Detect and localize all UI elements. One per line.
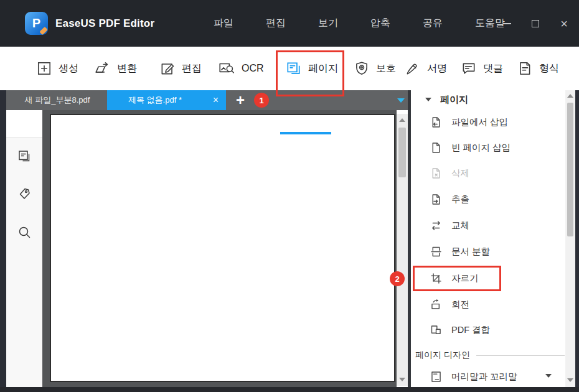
tool-convert-label: 변환 bbox=[117, 62, 137, 75]
menu-bar: 파일 편집 보기 압축 공유 도움말 bbox=[214, 0, 505, 47]
panel-header-label: 페이지 bbox=[440, 94, 468, 106]
app-title: EaseUS PDF Editor bbox=[55, 0, 154, 47]
panel-item-delete: 삭제 bbox=[430, 164, 469, 182]
left-navigation-sidebar bbox=[6, 110, 42, 387]
tool-format-label: 형식 bbox=[539, 62, 559, 75]
close-icon: × bbox=[560, 17, 568, 30]
split-document-icon bbox=[430, 245, 443, 258]
panel-item-label: 빈 페이지 삽입 bbox=[451, 142, 511, 154]
section-divider bbox=[476, 355, 565, 356]
scroll-down-icon[interactable] bbox=[399, 378, 405, 381]
tab-document-1-label: 새 파일_부분8.pdf bbox=[25, 95, 90, 106]
panel-item-label: 머리말과 꼬리말 bbox=[451, 371, 517, 383]
menu-compress[interactable]: 압축 bbox=[370, 17, 390, 30]
tool-edit-label: 편집 bbox=[182, 62, 202, 75]
minimize-icon bbox=[503, 23, 511, 24]
panel-item-label: 추출 bbox=[451, 194, 469, 205]
blank-page-icon bbox=[430, 141, 443, 154]
extract-page-icon bbox=[430, 193, 443, 206]
new-tab-button[interactable]: + bbox=[229, 90, 252, 110]
page-tools-panel bbox=[411, 90, 575, 387]
tool-edit[interactable]: 편집 bbox=[159, 47, 202, 90]
panel-scroll-up-icon[interactable] bbox=[567, 94, 573, 98]
window-bottom-border bbox=[0, 387, 579, 392]
bookmark-tag-icon[interactable] bbox=[17, 186, 32, 201]
minimize-button[interactable] bbox=[501, 17, 513, 30]
tool-sign-label: 서명 bbox=[427, 62, 447, 75]
tool-create[interactable]: 생성 bbox=[36, 47, 78, 90]
panel-item-label: 파일에서 삽입 bbox=[451, 116, 508, 128]
tool-comment[interactable]: 댓글 bbox=[461, 47, 503, 90]
format-document-icon bbox=[517, 60, 533, 77]
page-design-section: 페이지 디자인 bbox=[415, 349, 565, 362]
document-tab-bar: 새 파일_부분8.pdf 제목 없음.pdf * × + bbox=[6, 90, 408, 110]
header-footer-icon bbox=[430, 370, 443, 383]
tool-convert[interactable]: 변환 bbox=[93, 47, 137, 90]
tool-sign[interactable]: 서명 bbox=[405, 47, 447, 90]
tool-format[interactable]: 형식 bbox=[517, 47, 559, 90]
window-right-border bbox=[575, 90, 579, 392]
panel-item-insert-from-file[interactable]: 파일에서 삽입 bbox=[430, 113, 508, 131]
canvas-scroll-thumb[interactable] bbox=[398, 128, 406, 177]
tool-protect-label: 보호 bbox=[376, 62, 396, 75]
menu-edit[interactable]: 편집 bbox=[266, 17, 286, 30]
panel-scroll-down-icon[interactable] bbox=[567, 378, 573, 382]
sidebar-top-section bbox=[6, 110, 42, 138]
logo-letter: P bbox=[32, 16, 40, 30]
rotate-icon bbox=[430, 298, 443, 311]
signature-pen-icon bbox=[405, 60, 421, 77]
panel-header[interactable]: 페이지 bbox=[425, 91, 468, 108]
scroll-up-icon[interactable] bbox=[399, 118, 405, 122]
shield-icon bbox=[354, 60, 370, 77]
tool-ocr-label: OCR bbox=[242, 63, 264, 74]
maximize-button[interactable] bbox=[529, 17, 542, 30]
app-window: P EaseUS PDF Editor 파일 편집 보기 압축 공유 도움말 ×… bbox=[0, 0, 579, 392]
close-button[interactable]: × bbox=[558, 17, 570, 30]
annotation-step-2-number: 2 bbox=[395, 274, 399, 284]
active-tool-underline bbox=[280, 132, 331, 134]
panel-item-label: 문서 분할 bbox=[451, 246, 490, 258]
annotation-box-pages bbox=[276, 50, 344, 96]
tool-comment-label: 댓글 bbox=[483, 62, 503, 75]
page-thumbnails-icon[interactable] bbox=[17, 149, 32, 164]
panel-item-label: PDF 결합 bbox=[451, 324, 490, 336]
tab-document-1[interactable]: 새 파일_부분8.pdf bbox=[7, 90, 107, 110]
panel-scroll-thumb[interactable] bbox=[567, 103, 573, 236]
panel-item-label: 교체 bbox=[451, 220, 469, 231]
panel-item-replace[interactable]: 교체 bbox=[430, 217, 469, 234]
menu-file[interactable]: 파일 bbox=[214, 17, 233, 30]
tool-create-label: 생성 bbox=[59, 62, 78, 75]
panel-item-merge-pdf[interactable]: PDF 결합 bbox=[430, 321, 490, 338]
tab-close-icon: × bbox=[213, 95, 219, 106]
panel-item-split[interactable]: 문서 분할 bbox=[430, 243, 490, 260]
annotation-step-badge-2: 2 bbox=[390, 271, 405, 286]
tab-close-button[interactable]: × bbox=[213, 90, 219, 110]
convert-icon bbox=[93, 60, 111, 77]
comment-icon bbox=[461, 60, 477, 77]
window-left-border bbox=[0, 90, 6, 392]
tab-document-2[interactable]: 제목 없음.pdf * × bbox=[107, 90, 226, 110]
panel-item-header-footer[interactable]: 머리말과 꼬리말 bbox=[430, 368, 517, 385]
annotation-box-crop bbox=[413, 266, 501, 291]
insert-from-file-icon bbox=[430, 116, 443, 129]
canvas-scrollbar[interactable] bbox=[397, 114, 408, 386]
plus-icon: + bbox=[236, 91, 245, 109]
panel-item-label: 회전 bbox=[451, 299, 469, 310]
maximize-icon bbox=[532, 20, 539, 27]
search-icon[interactable] bbox=[17, 225, 32, 240]
panel-item-extract[interactable]: 추출 bbox=[430, 190, 469, 208]
panel-scrollbar[interactable] bbox=[565, 90, 575, 387]
collapse-arrow-icon bbox=[425, 98, 431, 101]
tab-list-dropdown-icon[interactable] bbox=[397, 98, 405, 103]
section-label: 페이지 디자인 bbox=[415, 350, 470, 361]
pdf-page[interactable] bbox=[50, 114, 395, 382]
app-logo-icon: P bbox=[25, 12, 48, 35]
header-footer-dropdown-icon[interactable] bbox=[545, 374, 552, 378]
menu-share[interactable]: 공유 bbox=[423, 17, 443, 30]
panel-item-blank-page[interactable]: 빈 페이지 삽입 bbox=[430, 139, 511, 156]
panel-item-rotate[interactable]: 회전 bbox=[430, 296, 469, 313]
tool-ocr[interactable]: OCR bbox=[218, 47, 264, 90]
tool-protect[interactable]: 보호 bbox=[354, 47, 396, 90]
annotation-step-1-number: 1 bbox=[259, 96, 263, 105]
menu-view[interactable]: 보기 bbox=[318, 17, 338, 30]
